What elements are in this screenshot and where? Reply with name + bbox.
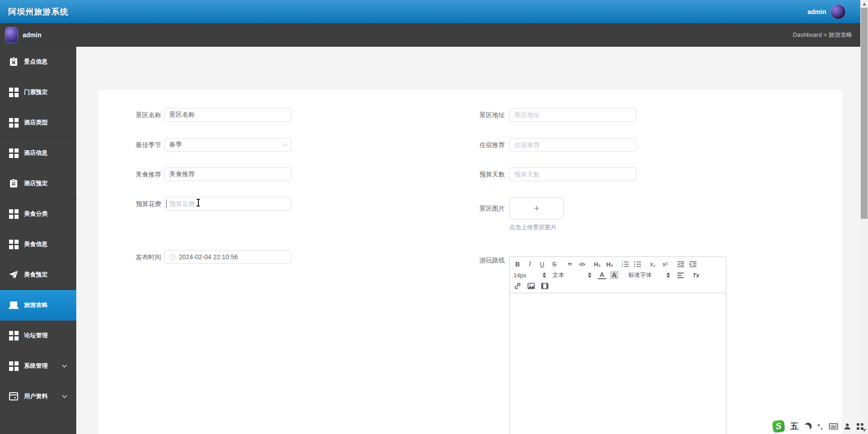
scenic-image-label: 景区图片 xyxy=(416,202,505,215)
grid-icon xyxy=(8,117,19,128)
ime-punctuation-mode[interactable]: °, xyxy=(818,423,823,430)
sidebar-item-food-info[interactable]: 美食信息 xyxy=(0,229,76,260)
form-card: 景区名称 最佳季节 春季 美食推荐 预算花费 发布时间 2024-02-04 2… xyxy=(99,90,842,434)
bullet-list-button[interactable] xyxy=(633,260,641,268)
outdent-button[interactable] xyxy=(676,260,685,268)
food-input[interactable] xyxy=(164,168,291,181)
blockquote-button[interactable]: ” xyxy=(566,260,574,268)
sidebar-item-hotel-type[interactable]: 酒店类型 xyxy=(0,108,76,138)
budget-cost-input[interactable] xyxy=(164,197,291,211)
publish-time-value: 2024-02-04 22:10:56 xyxy=(179,253,238,261)
paper-plane-icon xyxy=(8,269,19,280)
subbar-username: admin xyxy=(23,31,41,39)
italic-button[interactable]: I xyxy=(526,260,534,268)
topbar-username[interactable]: admin xyxy=(808,8,826,15)
ordered-list-button[interactable] xyxy=(621,260,629,268)
sidebar-item-label: 景点信息 xyxy=(24,58,48,66)
ime-wubi-mode[interactable]: 五 xyxy=(790,421,799,432)
updown-icon xyxy=(542,272,546,278)
moon-icon[interactable] xyxy=(804,422,813,431)
food-label: 美食推荐 xyxy=(99,168,161,181)
text-caret xyxy=(166,200,167,208)
best-season-select[interactable]: 春季 xyxy=(164,138,291,152)
route-label: 游玩路线 xyxy=(416,253,505,267)
sidebar-item-system-management[interactable]: 系统管理 xyxy=(0,351,76,381)
sidebar-item-food-category[interactable]: 美食分类 xyxy=(0,199,76,229)
editor-toolbar: B I U S ” </> H₁ H₂ xyxy=(510,257,726,293)
keyboard-icon[interactable] xyxy=(829,423,838,429)
toolbox-grid-icon[interactable] xyxy=(857,423,863,430)
video-icon[interactable] xyxy=(541,282,549,290)
route-editor: B I U S ” </> H₁ H₂ xyxy=(509,256,726,434)
sidebar-item-travel-guide[interactable]: 旅游攻略 xyxy=(0,290,76,321)
page: 阿坝州旅游系统 admin admin Dashboard > 旅游攻略 景点信… xyxy=(0,0,868,434)
sidebar: 景点信息 门票预定 酒店类型 酒店信息 酒店预定 xyxy=(0,47,76,434)
background-color-button[interactable]: A xyxy=(610,271,618,279)
sidebar-item-label: 酒店信息 xyxy=(24,149,48,157)
header-2-button[interactable]: H₂ xyxy=(606,260,614,268)
indent-button[interactable] xyxy=(689,260,697,268)
header-1-button[interactable]: H₁ xyxy=(593,260,602,268)
chevron-down-icon xyxy=(62,363,67,368)
grid-icon xyxy=(8,239,19,250)
paragraph-value: 文本 xyxy=(552,271,564,279)
scenic-name-label: 景区名称 xyxy=(99,108,161,122)
sidebar-item-ticket-booking[interactable]: 门票预定 xyxy=(0,77,76,108)
sidebar-item-label: 美食信息 xyxy=(24,240,48,248)
chevron-down-icon xyxy=(62,393,67,398)
grid-icon xyxy=(8,87,19,98)
sogou-logo-icon[interactable]: S xyxy=(772,420,785,433)
laptop-icon xyxy=(8,300,19,311)
scrollbar-thumb[interactable] xyxy=(861,8,868,219)
grid-icon xyxy=(8,360,19,371)
sidebar-item-food-booking[interactable]: 美食预定 xyxy=(0,260,76,290)
sidebar-item-label: 系统管理 xyxy=(24,362,48,370)
sidebar-item-hotel-booking[interactable]: 酒店预定 xyxy=(0,168,76,199)
user-avatar[interactable] xyxy=(831,5,845,19)
chevron-down-icon xyxy=(283,142,288,147)
subscript-button[interactable]: x₂ xyxy=(649,260,657,268)
grid-icon xyxy=(8,208,19,219)
align-button[interactable] xyxy=(676,271,685,279)
sidebar-item-label: 酒店预定 xyxy=(24,179,48,187)
editor-content-area[interactable] xyxy=(510,293,726,434)
ime-toolbar[interactable]: S 五 °, xyxy=(773,420,863,432)
budget-days-input[interactable] xyxy=(509,168,636,181)
text-color-button[interactable]: A xyxy=(598,271,606,279)
font-size-dropdown[interactable]: 14px xyxy=(513,272,546,279)
scroll-up-button[interactable] xyxy=(860,0,868,8)
mouse-ibeam-cursor xyxy=(196,199,200,207)
clock-icon xyxy=(169,254,176,260)
sidebar-item-hotel-info[interactable]: 酒店信息 xyxy=(0,138,76,168)
paragraph-dropdown[interactable]: 文本 xyxy=(552,271,592,279)
clipboard-x-icon xyxy=(8,56,19,67)
id-card-icon xyxy=(8,391,19,402)
code-block-button[interactable]: </> xyxy=(578,260,586,268)
scenic-address-input[interactable] xyxy=(509,108,636,122)
upload-hint-link[interactable]: 点击上传景区图片 xyxy=(509,223,557,232)
link-icon[interactable] xyxy=(513,282,522,290)
scenic-name-input[interactable] xyxy=(164,108,291,122)
sidebar-item-forum-management[interactable]: 论坛管理 xyxy=(0,321,76,351)
lodging-input[interactable] xyxy=(509,138,636,152)
sidebar-item-scenic-info[interactable]: 景点信息 xyxy=(0,47,76,77)
clipboard-lines-icon xyxy=(8,178,19,189)
sub-bar: admin Dashboard > 旅游攻略 xyxy=(0,23,868,47)
vertical-scrollbar[interactable] xyxy=(860,0,868,434)
sidebar-item-user-profile[interactable]: 用户资料 xyxy=(0,381,76,412)
image-icon[interactable] xyxy=(527,282,535,290)
strike-button[interactable]: S xyxy=(550,260,558,268)
bold-button[interactable]: B xyxy=(513,260,522,268)
clean-format-button[interactable]: Tx xyxy=(692,271,700,279)
underline-button[interactable]: U xyxy=(538,260,546,268)
top-bar: 阿坝州旅游系统 admin xyxy=(0,0,868,23)
font-family-dropdown[interactable]: 标准字体 xyxy=(628,271,670,279)
person-icon[interactable] xyxy=(844,423,851,430)
publish-time-input[interactable]: 2024-02-04 22:10:56 xyxy=(164,250,291,264)
superscript-button[interactable]: x² xyxy=(661,260,669,268)
app-title: 阿坝州旅游系统 xyxy=(8,6,69,17)
admin-avatar[interactable] xyxy=(5,27,18,43)
breadcrumb[interactable]: Dashboard > 旅游攻略 xyxy=(793,31,852,39)
budget-days-label: 预算天数 xyxy=(416,168,505,181)
image-upload-box[interactable]: + xyxy=(509,197,564,219)
